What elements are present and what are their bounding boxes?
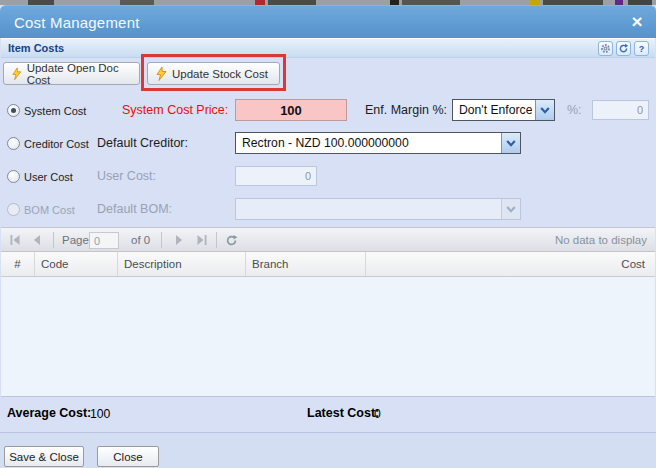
user-cost-label: User Cost: [97, 169, 156, 183]
default-creditor-select[interactable]: Rectron - NZD 100.000000000 [235, 132, 521, 154]
column-header-description[interactable]: Description [118, 252, 246, 276]
radio-system-cost[interactable] [7, 104, 20, 117]
radio-creditor-cost[interactable] [7, 137, 20, 150]
latest-cost-value: 0 [374, 407, 381, 421]
average-cost-label: Average Cost: [7, 406, 91, 420]
settings-button[interactable] [598, 41, 613, 56]
refresh-icon [225, 234, 238, 247]
page-title: Cost Management [14, 6, 140, 39]
last-page-icon [196, 234, 208, 246]
update-open-doc-cost-button[interactable]: Update Open Doc Cost [3, 62, 140, 85]
chevron-down-icon [501, 199, 520, 219]
enf-margin-label: Enf. Margin %: [365, 103, 447, 117]
first-page-icon [9, 234, 21, 246]
titlebar: Cost Management × [0, 5, 656, 38]
radio-user-cost-label: User Cost [24, 171, 73, 183]
cost-management-dialog: Cost Management × Item Costs ? [0, 0, 656, 468]
column-header-number[interactable]: # [1, 252, 35, 276]
percent-label: %: [567, 103, 582, 117]
radio-creditor-cost-label: Creditor Cost [24, 138, 89, 150]
panel-title: Item Costs [8, 39, 64, 58]
default-creditor-value: Rectron - NZD 100.000000000 [242, 133, 498, 153]
radio-user-cost[interactable] [7, 170, 20, 183]
page-label: Page [62, 228, 89, 253]
close-dialog-button[interactable]: Close [97, 446, 159, 467]
prev-page-button [29, 232, 45, 248]
close-button[interactable]: × [626, 10, 648, 34]
save-and-close-button[interactable]: Save & Close [4, 446, 84, 467]
close-icon: × [631, 11, 642, 32]
help-button[interactable]: ? [634, 41, 649, 56]
pager-status: No data to display [555, 228, 647, 253]
next-page-button [171, 232, 187, 248]
column-header-code[interactable]: Code [35, 252, 118, 276]
average-cost-value: 100 [90, 407, 110, 421]
annotation-highlight-box [141, 54, 286, 91]
chevron-down-icon[interactable] [535, 100, 554, 120]
page-of-label: of 0 [131, 228, 150, 253]
radio-bom-cost [7, 203, 20, 216]
prev-page-icon [31, 234, 43, 246]
first-page-button [7, 232, 23, 248]
default-bom-select [235, 198, 521, 220]
help-icon: ? [639, 44, 645, 54]
enf-margin-value: Don't Enforce [459, 100, 532, 120]
enf-margin-select[interactable]: Don't Enforce [452, 99, 555, 121]
default-creditor-label: Default Creditor: [97, 136, 188, 150]
last-page-button [194, 232, 210, 248]
next-page-icon [173, 234, 185, 246]
refresh-grid-button[interactable] [223, 232, 239, 248]
button-label: Update Open Doc Cost [27, 62, 131, 86]
page-input [89, 232, 119, 249]
refresh-icon [618, 43, 629, 54]
system-cost-price-input[interactable] [235, 99, 347, 121]
latest-cost-label: Latest Cost: [307, 406, 379, 420]
action-bar: Save & Close Close [0, 432, 656, 468]
chevron-down-icon[interactable] [501, 133, 520, 153]
radio-system-cost-label: System Cost [24, 105, 86, 117]
grid-header: # Code Description Branch Cost [1, 252, 655, 277]
percent-input [592, 100, 649, 120]
user-cost-input [235, 166, 317, 186]
column-header-branch[interactable]: Branch [246, 252, 366, 276]
gear-icon [600, 43, 611, 54]
lightning-icon [12, 67, 22, 81]
grid-body [1, 277, 655, 397]
panel-header: Item Costs ? [1, 38, 655, 58]
default-bom-label: Default BOM: [97, 202, 172, 216]
system-cost-price-label: System Cost Price: [122, 103, 228, 117]
column-header-cost[interactable]: Cost [366, 252, 655, 276]
radio-bom-cost-label: BOM Cost [24, 204, 75, 216]
refresh-button[interactable] [616, 41, 631, 56]
grid-pager: Page of 0 No data to display [1, 227, 655, 252]
